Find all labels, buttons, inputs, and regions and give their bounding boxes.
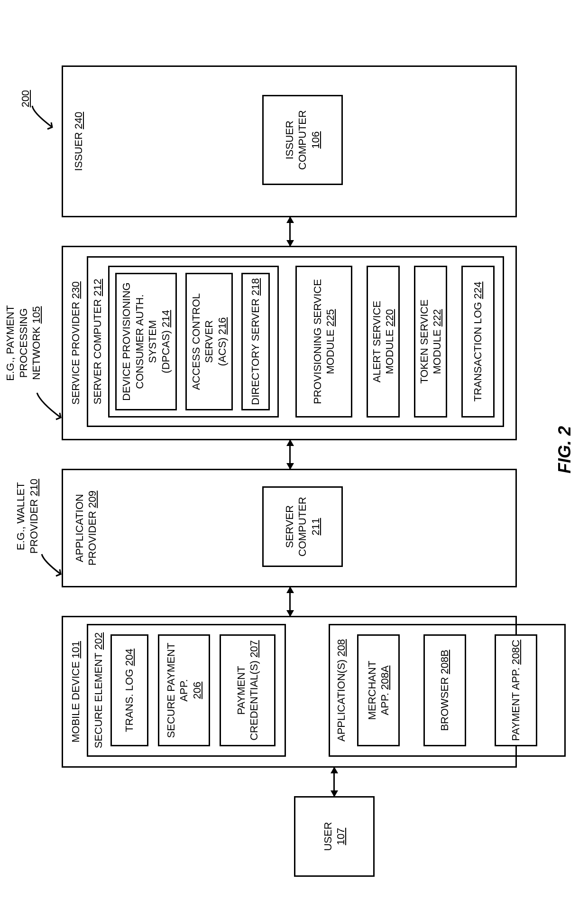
mobile-device-box: MOBILE DEVICE 101 SECURE ELEMENT 202 TRA… <box>62 616 517 768</box>
dpcas-box: DEVICE PROVISIONING CONSUMER AUTH. SYSTE… <box>115 273 177 410</box>
issuer-box: ISSUER 240 ISSUER COMPUTER106 <box>62 65 517 217</box>
merchant-app-box: MERCHANT APP. 208A <box>357 634 400 746</box>
directory-server-box: DIRECTORY SERVER 218 <box>241 273 270 410</box>
alert-service-box: ALERT SERVICE MODULE 220 <box>367 266 400 418</box>
token-service-box: TOKEN SERVICE MODULE 222 <box>414 266 447 418</box>
acs-box: ACCESS CONTROL SERVER (ACS) 216 <box>185 273 233 410</box>
arrow-appprovider-serviceprovider <box>289 440 291 469</box>
issuer-computer-box: ISSUER COMPUTER106 <box>262 95 343 185</box>
secure-payment-app-box: SECURE PAYMENT APP.206 <box>158 634 210 746</box>
arrow-serviceprovider-issuer <box>289 217 291 246</box>
browser-box: BROWSER 208B <box>423 634 466 746</box>
service-provider-box: SERVICE PROVIDER 230 SERVER COMPUTER 212… <box>62 246 517 440</box>
arrow-user-mobile <box>333 768 335 796</box>
figure-caption: FIG. 2 <box>555 402 575 497</box>
wallet-provider-callout: E.G., WALLET PROVIDER 210 <box>14 469 40 564</box>
arrow-mobile-appprovider <box>289 587 291 616</box>
app-provider-server-box: SERVER COMPUTER211 <box>262 486 343 567</box>
payment-app-box: PAYMENT APP. 208C <box>495 634 537 746</box>
application-provider-box: APPLICATION PROVIDER 209 SERVER COMPUTER… <box>62 469 517 587</box>
payment-credentials-box: PAYMENT CREDENTIAL(S) 207 <box>220 634 276 746</box>
trans-log-box: TRANS. LOG 204 <box>110 634 148 746</box>
provisioning-service-box: PROVISIONING SERVICE MODULE 225 <box>295 266 352 418</box>
user-box: USER 107 <box>294 796 375 877</box>
ppn-callout: E.G., PAYMENT PROCESSING NETWORK 105 <box>4 288 43 398</box>
transaction-log-box: TRANSACTION LOG 224 <box>461 266 495 418</box>
